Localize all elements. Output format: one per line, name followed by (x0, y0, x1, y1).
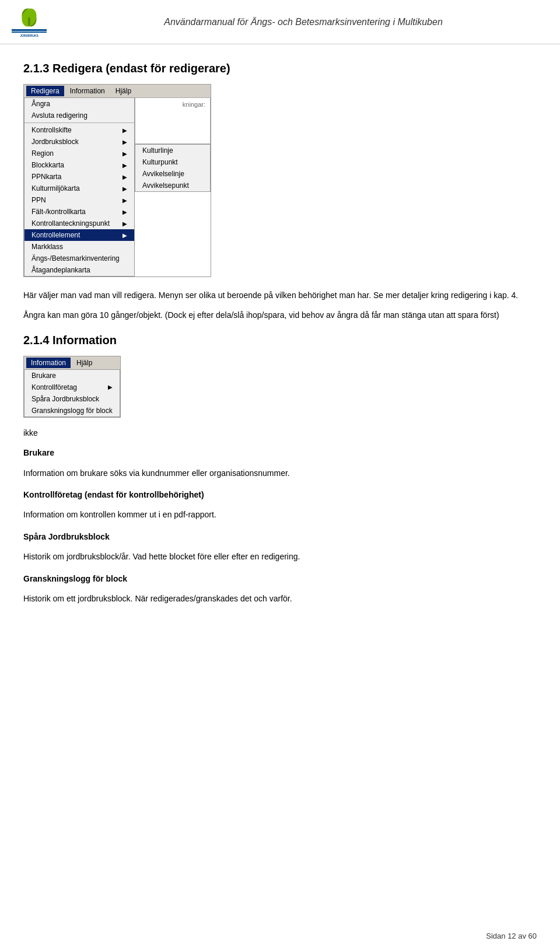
section-213-heading: 2.1.3 Redigera (endast för redigerare) (23, 62, 537, 75)
menu-item-kulturmiljokarta[interactable]: Kulturmiljökarta ▶ (24, 183, 134, 194)
granskning-text: Historik om ett jordbruksblock. När redi… (23, 592, 537, 605)
kontroll-heading: Kontrollföretag (endast för kontrollbehö… (23, 488, 537, 501)
spara-heading: Spåra Jordbruksblock (23, 530, 537, 543)
info-menu-list: Brukare Kontrollföretag ▶ Spåra Jordbruk… (24, 369, 120, 417)
info-menu-bar-information[interactable]: Information (26, 358, 71, 368)
submenu-arrow: ▶ (123, 174, 127, 180)
granskning-heading: Granskningslogg för block (23, 572, 537, 585)
info-menu-bar: Information Hjälp (24, 356, 120, 369)
menu-item-kontrollelement[interactable]: Kontrollelement ▶ (24, 229, 134, 241)
menu-background-area: kningar: (135, 97, 211, 144)
section-213: 2.1.3 Redigera (endast för redigerare) R… (23, 62, 537, 322)
info-desc-prefix: ikke (23, 426, 537, 439)
svg-rect-4 (12, 29, 47, 31)
menu-item-region[interactable]: Region ▶ (24, 148, 134, 159)
spara-text: Historik om jordbruksblock/år. Vad hette… (23, 550, 537, 563)
redigera-dropdown: Ångra Avsluta redigering Kontrollskifte … (24, 97, 211, 276)
info-menu-brukare[interactable]: Brukare (24, 370, 120, 382)
section-214: 2.1.4 Information Information Hjälp Bruk… (23, 334, 537, 606)
brukare-heading: Brukare (23, 446, 537, 459)
menu-item-ppnkarta[interactable]: PPNkarta ▶ (24, 171, 134, 183)
kontrollelement-submenu: Kulturlinje Kulturpunkt Avvikelselinje A… (135, 144, 211, 192)
menu-item-ppn[interactable]: PPN ▶ (24, 194, 134, 206)
spara-section: Spåra Jordbruksblock Historik om jordbru… (23, 530, 537, 564)
info-menu-spara[interactable]: Spåra Jordbruksblock (24, 393, 120, 405)
page-footer: Sidan 12 av 60 (486, 932, 537, 940)
menu-separator-1 (24, 123, 134, 123)
submenu-arrow: ▶ (123, 162, 127, 169)
redigera-menu-screenshot: Redigera Information Hjälp Ångra Avsluta… (23, 84, 211, 277)
header-title: Användarmanual för Ängs- och Betesmarksi… (58, 17, 548, 27)
logo: JORDBRUKS (12, 6, 47, 38)
svg-text:JORDBRUKS: JORDBRUKS (20, 34, 38, 37)
svg-rect-3 (28, 18, 30, 26)
footer-text: Sidan 12 av 60 (486, 932, 537, 940)
submenu-kulturpunkt[interactable]: Kulturpunkt (135, 156, 210, 168)
submenu-arrow: ▶ (123, 197, 127, 204)
submenu-arrow: ▶ (123, 186, 127, 192)
kontroll-section: Kontrollföretag (endast för kontrollbehö… (23, 488, 537, 522)
submenu-arrow: ▶ (123, 127, 127, 134)
info-menu-kontrollforetag[interactable]: Kontrollföretag ▶ (24, 382, 120, 393)
menu-item-falt[interactable]: Fält-/kontrollkarta ▶ (24, 206, 134, 218)
redigera-menu-bar: Redigera Information Hjälp (24, 85, 211, 97)
info-menu-bar-hjalp[interactable]: Hjälp (72, 358, 97, 368)
menu-item-kontrollant[interactable]: Kontrollanteckningspunkt ▶ (24, 218, 134, 229)
main-content: 2.1.3 Redigera (endast för redigerare) R… (0, 44, 560, 631)
section-213-text2: Ångra kan man göra 10 gånger/objekt. (Do… (23, 309, 537, 321)
submenu-arrow: ▶ (123, 139, 127, 145)
brukare-text: Information om brukare söks via kundnumm… (23, 467, 537, 480)
menu-item-jordbruksblock[interactable]: Jordbruksblock ▶ (24, 136, 134, 148)
menu-item-blockkarta[interactable]: Blockkarta ▶ (24, 159, 134, 171)
menu-item-atagande[interactable]: Åtagandeplankarta (24, 264, 134, 276)
background-text: kningar: (183, 101, 205, 108)
submenu-arrow: ▶ (123, 209, 127, 215)
submenu-arrow: ▶ (123, 150, 127, 157)
menu-bar-information[interactable]: Information (65, 86, 110, 96)
redigera-menu-list: Ångra Avsluta redigering Kontrollskifte … (24, 97, 135, 276)
menu-item-kontrollskifte[interactable]: Kontrollskifte ▶ (24, 124, 134, 136)
menu-bar-hjalp[interactable]: Hjälp (111, 86, 136, 96)
information-menu-screenshot: Information Hjälp Brukare Kontrollföreta… (23, 356, 121, 418)
menu-item-markklass[interactable]: Markklass (24, 241, 134, 253)
submenu-arrow: ▶ (123, 220, 127, 227)
menu-bar-redigera[interactable]: Redigera (26, 86, 64, 96)
granskning-section: Granskningslogg för block Historik om et… (23, 572, 537, 606)
info-menu-granskning[interactable]: Granskningslogg för block (24, 405, 120, 416)
svg-rect-5 (12, 32, 47, 33)
section-213-text1: Här väljer man vad man vill redigera. Me… (23, 289, 537, 302)
page-header: JORDBRUKS Användarmanual för Ängs- och B… (0, 0, 560, 44)
kontroll-text: Information om kontrollen kommer ut i en… (23, 508, 537, 521)
submenu-arrow: ▶ (108, 384, 113, 390)
submenu-kulturlinje[interactable]: Kulturlinje (135, 145, 210, 156)
brukare-section: Brukare Information om brukare söks via … (23, 446, 537, 480)
submenu-arrow: ▶ (123, 232, 127, 239)
submenu-avvikelselinje[interactable]: Avvikelselinje (135, 168, 210, 180)
menu-item-angra[interactable]: Ångra (24, 98, 134, 110)
menu-item-avsluta[interactable]: Avsluta redigering (24, 110, 134, 121)
submenu-avvikelsepunkt[interactable]: Avvikelsepunkt (135, 180, 210, 191)
menu-item-angs[interactable]: Ängs-/Betesmarkinventering (24, 253, 134, 264)
section-214-heading: 2.1.4 Information (23, 334, 537, 347)
